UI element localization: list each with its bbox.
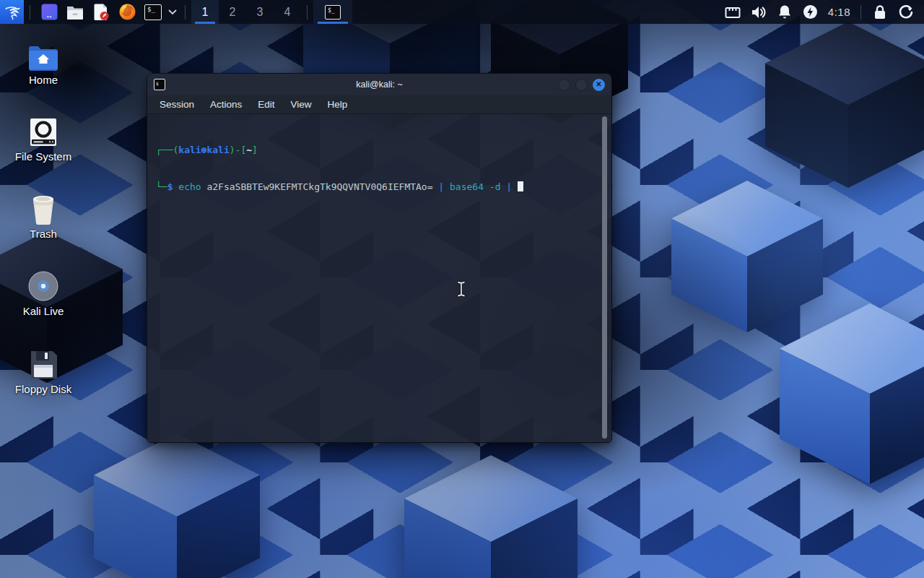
window-title: kali@kali: ~ bbox=[147, 79, 611, 90]
clock[interactable]: 4:18 bbox=[828, 6, 850, 18]
window-menubar: Session Actions Edit View Help bbox=[147, 95, 611, 114]
bell-icon bbox=[777, 4, 792, 20]
desktop-icon-label: Home bbox=[9, 74, 78, 86]
close-button[interactable]: ✕ bbox=[593, 79, 605, 91]
terminal-icon: $_ bbox=[144, 4, 162, 20]
desktop-icon-file-system[interactable]: File System bbox=[9, 114, 78, 163]
desktop-icon-label: Floppy Disk bbox=[9, 383, 78, 395]
launcher-firefox[interactable] bbox=[116, 0, 138, 24]
launcher-file-manager[interactable] bbox=[64, 0, 86, 24]
workspace-label: 3 bbox=[257, 6, 263, 19]
launcher-show-desktop[interactable] bbox=[38, 0, 60, 24]
workspace-4[interactable]: 4 bbox=[274, 0, 301, 24]
ibeam-cursor bbox=[456, 280, 467, 301]
terminal-cursor bbox=[518, 181, 523, 191]
launcher-terminal[interactable]: $_ bbox=[142, 0, 164, 24]
workspace-2[interactable]: 2 bbox=[219, 0, 246, 24]
hard-drive-icon bbox=[28, 117, 58, 147]
lock-screen-button[interactable] bbox=[871, 0, 889, 24]
terminal-icon: $_ bbox=[325, 5, 341, 20]
volume-icon bbox=[751, 5, 767, 20]
panel-separator bbox=[307, 5, 308, 20]
maximize-button[interactable] bbox=[575, 79, 588, 91]
trash-icon bbox=[29, 194, 58, 225]
text-editor-icon bbox=[92, 3, 110, 21]
network-icon bbox=[725, 6, 741, 19]
floppy-disk-icon bbox=[28, 350, 58, 380]
lock-icon bbox=[873, 4, 886, 20]
desktop-icon-label: File System bbox=[9, 150, 78, 163]
terminal-scrollbar[interactable] bbox=[602, 116, 607, 439]
chevron-down-icon bbox=[168, 9, 177, 15]
notifications[interactable] bbox=[775, 0, 794, 24]
desktop-icon-label: Kali Live bbox=[9, 305, 78, 317]
kali-menu-button[interactable] bbox=[0, 0, 24, 24]
panel-separator bbox=[30, 5, 30, 20]
window-titlebar[interactable]: $ kali@kali: ~ ✕ bbox=[147, 74, 611, 95]
terminal-text: ┌──(kali⊛kali)-[~] └─$ echo a2FsaSBBTEw9… bbox=[147, 114, 611, 223]
desktop-icon-floppy-disk[interactable]: Floppy Disk bbox=[9, 347, 78, 395]
desktop-icon-kali-live[interactable]: Kali Live bbox=[9, 269, 78, 317]
power-icon bbox=[803, 4, 818, 20]
workspace-label: 2 bbox=[230, 6, 236, 19]
firefox-icon bbox=[118, 3, 136, 21]
task-button-terminal[interactable]: $_ bbox=[313, 0, 352, 24]
network-indicator[interactable] bbox=[723, 0, 742, 24]
volume-control[interactable] bbox=[749, 0, 768, 24]
prompt-line-2: └─$ echo a2FsaSBBTEw9KEFMTCkgTk9QQVNTV0Q… bbox=[156, 181, 603, 193]
workspace-label: 1 bbox=[202, 6, 209, 19]
panel-separator bbox=[860, 5, 861, 20]
panel-separator bbox=[185, 5, 186, 20]
launcher-dropdown[interactable] bbox=[166, 0, 179, 24]
logout-icon bbox=[898, 4, 914, 20]
desktop-icon-label: Trash bbox=[9, 228, 78, 240]
workspace-1[interactable]: 1 bbox=[191, 0, 219, 24]
menu-help[interactable]: Help bbox=[320, 95, 356, 114]
top-panel: $_ 1 2 3 4 $_ bbox=[0, 0, 924, 24]
workspace-3[interactable]: 3 bbox=[246, 0, 274, 24]
file-manager-icon bbox=[66, 4, 84, 21]
system-tray: 4:18 bbox=[720, 0, 924, 24]
minimize-button[interactable] bbox=[558, 79, 570, 91]
terminal-window: $ kali@kali: ~ ✕ Session Actions Edit Vi… bbox=[147, 73, 612, 443]
show-desktop-icon bbox=[40, 3, 58, 21]
optical-disc-icon bbox=[27, 270, 59, 302]
menu-actions[interactable]: Actions bbox=[202, 95, 250, 114]
desktop-icon-home[interactable]: Home bbox=[9, 38, 78, 86]
kali-dragon-icon bbox=[4, 4, 21, 21]
logout-button[interactable] bbox=[897, 0, 915, 24]
menu-edit[interactable]: Edit bbox=[250, 95, 282, 114]
power-manager[interactable] bbox=[801, 0, 820, 24]
menu-view[interactable]: View bbox=[283, 95, 320, 114]
home-folder-icon bbox=[27, 45, 59, 71]
workspace-label: 4 bbox=[284, 6, 291, 19]
menu-session[interactable]: Session bbox=[152, 95, 202, 114]
launcher-text-editor[interactable] bbox=[90, 0, 112, 24]
prompt-line-1: ┌──(kali⊛kali)-[~] bbox=[156, 144, 603, 156]
terminal-content[interactable]: ┌──(kali⊛kali)-[~] └─$ echo a2FsaSBBTEw9… bbox=[147, 114, 611, 442]
desktop-icon-trash[interactable]: Trash bbox=[9, 191, 78, 240]
